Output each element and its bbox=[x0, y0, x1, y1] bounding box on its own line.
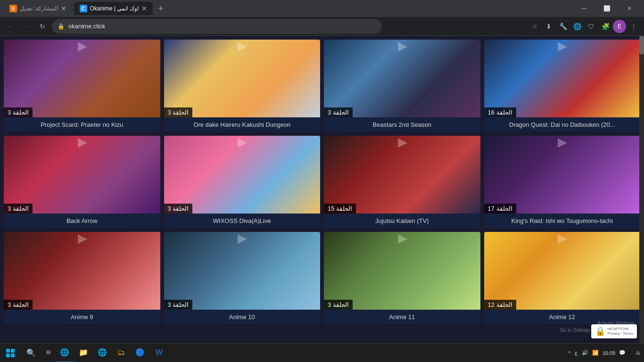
menu-button[interactable]: ⋮ bbox=[627, 20, 640, 33]
svg-rect-0 bbox=[6, 349, 10, 353]
taskbar-task-view[interactable]: ⊟ bbox=[41, 344, 55, 362]
extension-icon-1[interactable]: 🔧 bbox=[556, 20, 570, 33]
main-content: ▶ الحلقة 3 Project Scard: Praeter no Kiz… bbox=[0, 36, 644, 362]
anime-card-8[interactable]: ▶ الحلقة 17 King's Raid: Ishi wo Tsugumo… bbox=[484, 136, 641, 228]
scroll-thumb[interactable] bbox=[639, 36, 644, 55]
anime-grid: ▶ الحلقة 3 Project Scard: Praeter no Kiz… bbox=[4, 40, 640, 324]
url-text: okanime.click bbox=[68, 23, 105, 30]
task-view-icon: ⊟ bbox=[46, 349, 50, 355]
anime-card-1[interactable]: ▶ الحلقة 3 Project Scard: Praeter no Kiz… bbox=[4, 40, 160, 132]
anime-title-6: WIXOSS Diva(A)Live bbox=[164, 214, 321, 228]
toolbar-icons: ☆ ⬇ 🔧 🌐 🛡 🧩 E ⋮ bbox=[528, 20, 640, 33]
forward-button[interactable]: → bbox=[20, 20, 33, 33]
anime-card-3[interactable]: ▶ الحلقة 3 Beastars 2nd Season bbox=[324, 40, 480, 132]
search-button[interactable]: 🔍 bbox=[21, 344, 41, 362]
anime-thumb-5: ▶ الحلقة 3 bbox=[4, 136, 160, 214]
taskbar-explorer[interactable]: 🗂 bbox=[112, 344, 131, 362]
address-bar: ← → ↻ 🔒 okanime.click ☆ ⬇ 🔧 🌐 🛡 🧩 E ⋮ bbox=[0, 17, 644, 36]
tab-label-2: Okanime | اوك انمي bbox=[90, 5, 139, 12]
extension-icon-3[interactable]: 🛡 bbox=[585, 20, 598, 33]
anime-thumb-1: ▶ الحلقة 3 bbox=[4, 40, 160, 117]
episode-badge-3: الحلقة 3 bbox=[324, 107, 353, 117]
minimize-button[interactable]: — bbox=[573, 0, 595, 17]
action-center-icon[interactable]: 💬 bbox=[619, 350, 626, 356]
maximize-button[interactable]: ⬜ bbox=[596, 0, 618, 17]
extensions-button[interactable]: 🧩 bbox=[599, 20, 612, 33]
anime-title-10: Anime 10 bbox=[164, 310, 321, 324]
tab-inactive[interactable]: B المشاركة: تعديل ✕ bbox=[4, 2, 72, 15]
explorer-icon: 🗂 bbox=[116, 348, 126, 357]
anime-card-5[interactable]: ▶ الحلقة 3 Back Arrow bbox=[4, 136, 160, 228]
anime-card-11[interactable]: ▶ الحلقة 3 Anime 11 bbox=[324, 232, 480, 324]
anime-art-7: ▶ bbox=[324, 136, 480, 149]
episode-badge-7: الحلقة 15 bbox=[324, 204, 356, 214]
network-icon[interactable]: 📶 bbox=[592, 350, 599, 356]
anime-card-7[interactable]: ▶ الحلقة 15 Jujutsu Kaisen (TV) bbox=[324, 136, 480, 228]
anime-title-8: King's Raid: Ishi wo Tsugumono-tachi bbox=[484, 214, 641, 228]
search-icon: 🔍 bbox=[26, 348, 36, 357]
ie-icon: 🌐 bbox=[98, 348, 107, 357]
tab-icon-1: B bbox=[9, 5, 17, 12]
add-tab-button[interactable]: + bbox=[155, 4, 167, 14]
anime-card-6[interactable]: ▶ الحلقة 3 WIXOSS Diva(A)Live bbox=[164, 136, 321, 228]
taskbar-ie[interactable]: 🌐 bbox=[93, 344, 112, 362]
scroll-track[interactable] bbox=[639, 36, 644, 362]
anime-thumb-8: ▶ الحلقة 17 bbox=[484, 136, 641, 214]
download-icon[interactable]: ⬇ bbox=[542, 20, 555, 33]
tab-label-1: المشاركة: تعديل bbox=[20, 5, 58, 12]
episode-badge-12: الحلقة 12 bbox=[484, 300, 516, 310]
close-button[interactable]: ✕ bbox=[619, 0, 640, 17]
episode-badge-9: الحلقة 3 bbox=[4, 300, 33, 310]
taskbar-chrome[interactable]: 🔵 bbox=[131, 344, 149, 362]
refresh-button[interactable]: ↻ bbox=[36, 20, 49, 33]
anime-card-12[interactable]: ▶ الحلقة 12 Anime 12 bbox=[484, 232, 641, 324]
url-box[interactable]: 🔒 okanime.click bbox=[52, 19, 382, 34]
anime-title-5: Back Arrow bbox=[4, 214, 160, 228]
windows-logo-icon bbox=[6, 348, 15, 358]
anime-card-4[interactable]: ▶ الحلقة 16 Dragon Quest: Dai no Daibouk… bbox=[484, 40, 641, 132]
taskbar-edge[interactable]: 🌐 bbox=[55, 344, 74, 362]
recaptcha-badge: 🔒 reCAPTCHAPrivacy · Terms bbox=[591, 324, 637, 338]
star-icon[interactable]: ☆ bbox=[528, 20, 541, 33]
start-button[interactable] bbox=[0, 344, 21, 362]
language-indicator: ع bbox=[575, 350, 578, 356]
browser-chrome: B المشاركة: تعديل ✕ C Okanime | اوك انمي… bbox=[0, 0, 644, 36]
tab-active[interactable]: C Okanime | اوك انمي ✕ bbox=[74, 2, 153, 15]
taskbar-word[interactable]: W bbox=[149, 344, 168, 362]
anime-art-1: ▶ bbox=[4, 40, 160, 53]
anime-title-4: Dragon Quest: Dai no Daibouken (20... bbox=[484, 117, 641, 132]
anime-title-11: Anime 11 bbox=[324, 310, 480, 324]
volume-icon[interactable]: 🔊 bbox=[582, 350, 588, 356]
anime-thumb-6: ▶ الحلقة 3 bbox=[164, 136, 321, 214]
anime-title-9: Anime 9 bbox=[4, 310, 160, 324]
extension-icon-2[interactable]: 🌐 bbox=[570, 20, 584, 33]
anime-thumb-2: ▶ الحلقة 3 bbox=[164, 40, 321, 117]
anime-card-9[interactable]: ▶ الحلقة 3 Anime 9 bbox=[4, 232, 160, 324]
anime-thumb-4: ▶ الحلقة 16 bbox=[484, 40, 641, 117]
taskbar-files[interactable]: 📁 bbox=[74, 344, 93, 362]
taskbar-clock[interactable]: 16:09 bbox=[603, 350, 616, 356]
svg-rect-2 bbox=[6, 354, 10, 357]
anime-title-3: Beastars 2nd Season bbox=[324, 117, 480, 132]
chrome-icon: 🔵 bbox=[135, 348, 145, 357]
anime-art-6: ▶ bbox=[164, 136, 321, 149]
episode-badge-11: الحلقة 3 bbox=[324, 300, 353, 310]
anime-thumb-10: ▶ الحلقة 3 bbox=[164, 232, 321, 310]
anime-art-11: ▶ bbox=[324, 232, 480, 245]
recaptcha-text: reCAPTCHAPrivacy · Terms bbox=[607, 327, 633, 336]
anime-card-2[interactable]: ▶ الحلقة 3 Ore dake Haireru Kakushi Dung… bbox=[164, 40, 321, 132]
anime-art-5: ▶ bbox=[4, 136, 160, 149]
tab-close-2[interactable]: ✕ bbox=[141, 5, 147, 12]
back-button[interactable]: ← bbox=[4, 20, 17, 33]
files-icon: 📁 bbox=[79, 348, 88, 357]
anime-thumb-11: ▶ الحلقة 3 bbox=[324, 232, 480, 310]
anime-card-10[interactable]: ▶ الحلقة 3 Anime 10 bbox=[164, 232, 321, 324]
anime-art-2: ▶ bbox=[164, 40, 321, 53]
episode-badge-4: الحلقة 16 bbox=[484, 107, 516, 117]
anime-thumb-3: ▶ الحلقة 3 bbox=[324, 40, 480, 117]
anime-title-1: Project Scard: Praeter no Kizu bbox=[4, 117, 160, 132]
profile-icon[interactable]: E bbox=[613, 20, 626, 33]
tab-close-1[interactable]: ✕ bbox=[61, 5, 66, 12]
taskbar-right: ^ ع 🔊 📶 16:09 💬 Ai bbox=[569, 350, 644, 356]
episode-badge-8: الحلقة 17 bbox=[484, 204, 516, 214]
